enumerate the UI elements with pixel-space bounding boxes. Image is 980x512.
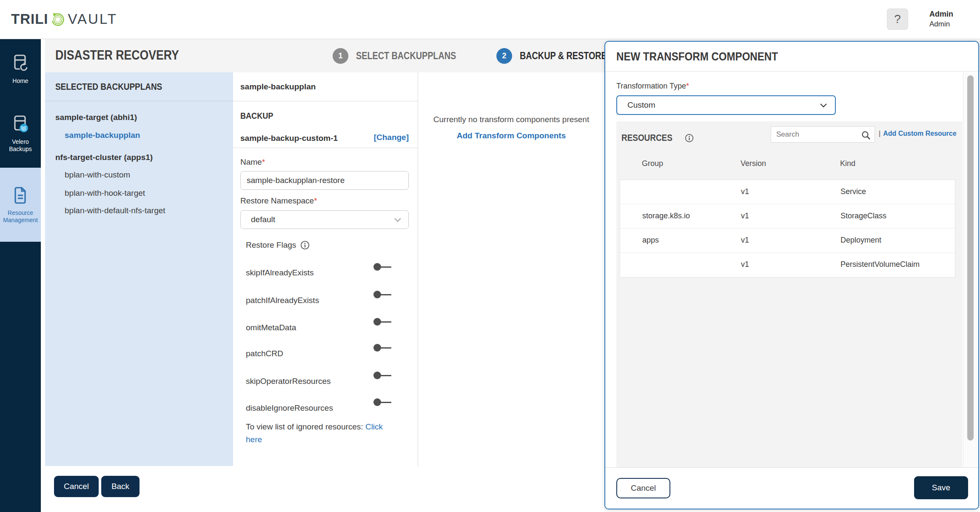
drawer-scrollbar-track bbox=[963, 72, 977, 468]
sidebar-item-label: Home bbox=[12, 77, 28, 85]
search-input[interactable] bbox=[771, 127, 875, 142]
user-menu[interactable]: Admin Admin bbox=[929, 9, 953, 29]
namespace-field-label: Restore Namespace* bbox=[240, 196, 317, 206]
stepper-step-1[interactable]: 1 SELECT BACKUPPLANS bbox=[333, 39, 472, 72]
transformation-type-label: Transformation Type* bbox=[616, 82, 689, 91]
change-backup-link[interactable]: [Change] bbox=[374, 133, 409, 142]
flag-toggle-patchCRD[interactable] bbox=[373, 344, 391, 352]
name-field-label: Name* bbox=[240, 157, 265, 167]
step-number-badge: 2 bbox=[496, 48, 512, 64]
flag-toggle-skipOperatorResources[interactable] bbox=[373, 372, 391, 379]
flag-toggle-patchIfAlreadyExists[interactable] bbox=[373, 291, 391, 298]
selected-backupplans-panel: SELECTED BACKUPPLANS sample-target (abhi… bbox=[45, 72, 233, 466]
transform-components-panel: Currently no transform components presen… bbox=[418, 72, 604, 466]
sidebar-item-resource-management[interactable]: Resource Management bbox=[0, 168, 41, 242]
backup-section-title: BACKUP bbox=[240, 111, 279, 121]
flag-label: patchIfAlreadyExists bbox=[246, 296, 319, 305]
drawer-scrollbar-thumb[interactable] bbox=[967, 75, 974, 440]
top-header-bar: TRILI VAULT ? Admin Admin bbox=[0, 0, 980, 39]
cancel-button[interactable]: Cancel bbox=[54, 476, 99, 497]
stepper-step-2[interactable]: 2 BACKUP & RESTORE bbox=[496, 39, 621, 72]
table-row[interactable]: v1 PersistentVolumeClaim bbox=[620, 253, 955, 277]
backup-name: sample-backup-custom-1 bbox=[240, 134, 338, 143]
triliovault-logo: TRILI VAULT bbox=[11, 10, 117, 28]
chevron-down-icon bbox=[394, 217, 402, 222]
sidebar-item-home[interactable]: Home bbox=[0, 39, 41, 99]
restore-namespace-select[interactable]: default bbox=[240, 210, 409, 229]
save-button[interactable]: Save bbox=[914, 476, 968, 499]
logo-text-trili: TRILI bbox=[11, 11, 48, 27]
sidebar-item-velero-backups[interactable]: Velero Backups bbox=[0, 99, 41, 168]
help-question-mark: ? bbox=[894, 12, 901, 26]
info-icon[interactable] bbox=[300, 240, 310, 250]
sidebar-item-label: Resource Management bbox=[2, 209, 39, 224]
logo-circular-arrow-icon bbox=[49, 10, 67, 28]
logo-text-vault: VAULT bbox=[68, 11, 117, 27]
search-icon bbox=[861, 130, 871, 140]
restore-form-panel: sample-backupplan BACKUP sample-backup-c… bbox=[233, 72, 418, 466]
column-header-kind: Kind bbox=[840, 159, 855, 168]
flag-label: skipIfAlreadyExists bbox=[246, 268, 313, 277]
backup-target-item[interactable]: nfs-target-cluster (apps1) bbox=[55, 151, 153, 164]
step-label: SELECT BACKUPPLANS bbox=[356, 50, 472, 62]
transformation-type-select[interactable]: Custom bbox=[616, 95, 836, 115]
add-transform-components-link[interactable]: Add Transform Components bbox=[418, 131, 604, 140]
help-button[interactable]: ? bbox=[887, 9, 908, 30]
ignored-resources-text: To view list of ignored resources: Click… bbox=[246, 420, 390, 446]
flag-toggle-omitMetaData[interactable] bbox=[373, 318, 391, 326]
flag-toggle-skipIfAlreadyExists[interactable] bbox=[373, 263, 391, 271]
backupplan-item[interactable]: bplan-with-hook-target bbox=[65, 187, 145, 200]
info-icon[interactable] bbox=[685, 134, 694, 143]
link-separator: | bbox=[879, 130, 880, 137]
step-number-badge: 1 bbox=[333, 48, 348, 64]
new-transform-component-drawer: NEW TRANSFORM COMPONENT Transformation T… bbox=[604, 41, 979, 509]
backup-target-item[interactable]: sample-target (abhi1) bbox=[55, 111, 137, 124]
drawer-footer: Cancel Save bbox=[605, 467, 978, 509]
velero-backups-icon bbox=[11, 114, 30, 134]
backupplans-panel-title: SELECTED BACKUPPLANS bbox=[45, 72, 233, 101]
resources-panel: RESOURCES |Add Custom Resource Group Ver… bbox=[616, 121, 962, 468]
page-title: DISASTER RECOVERY bbox=[55, 48, 199, 63]
flag-label: disableIgnoreResources bbox=[246, 403, 333, 413]
transform-empty-text: Currently no transform components presen… bbox=[418, 115, 604, 124]
backupplan-item-selected[interactable]: sample-backupplan bbox=[65, 129, 140, 142]
restore-name-input[interactable] bbox=[240, 171, 409, 190]
drawer-cancel-button[interactable]: Cancel bbox=[616, 478, 670, 498]
flag-label: omitMetaData bbox=[246, 323, 296, 332]
sidebar-nav: Home Velero Backups Resource Management bbox=[0, 39, 41, 512]
resources-table: v1 Service storage.k8s.io v1 StorageClas… bbox=[620, 180, 955, 277]
resources-search-box bbox=[771, 126, 875, 143]
column-header-group: Group bbox=[642, 159, 663, 168]
chevron-down-icon bbox=[820, 103, 827, 108]
flag-label: patchCRD bbox=[246, 349, 283, 358]
resources-title: RESOURCES bbox=[621, 132, 694, 143]
backupplan-item[interactable]: bplan-with-custom bbox=[65, 169, 130, 181]
sidebar-item-label: Velero Backups bbox=[8, 138, 33, 153]
back-button[interactable]: Back bbox=[101, 476, 140, 497]
add-custom-resource-link[interactable]: |Add Custom Resource bbox=[879, 130, 957, 137]
backupplan-item[interactable]: bplan-with-default-nfs-target bbox=[65, 204, 165, 217]
column-header-version: Version bbox=[741, 159, 766, 168]
drawer-title: NEW TRANSFORM COMPONENT bbox=[605, 42, 978, 72]
table-row[interactable]: storage.k8s.io v1 StorageClass bbox=[620, 204, 955, 229]
flag-label: skipOperatorResources bbox=[246, 377, 331, 386]
home-document-refresh-icon bbox=[11, 54, 30, 73]
section-divider bbox=[233, 148, 418, 148]
user-name: Admin bbox=[929, 9, 953, 19]
restore-flags-label: Restore Flags bbox=[246, 240, 310, 250]
table-row[interactable]: apps v1 Deployment bbox=[620, 229, 955, 253]
table-row[interactable]: v1 Service bbox=[620, 180, 955, 204]
flag-toggle-disableIgnoreResources[interactable] bbox=[373, 398, 391, 406]
user-role: Admin bbox=[929, 19, 953, 29]
resource-management-document-icon bbox=[11, 186, 30, 205]
restore-plan-title: sample-backupplan bbox=[233, 72, 418, 101]
